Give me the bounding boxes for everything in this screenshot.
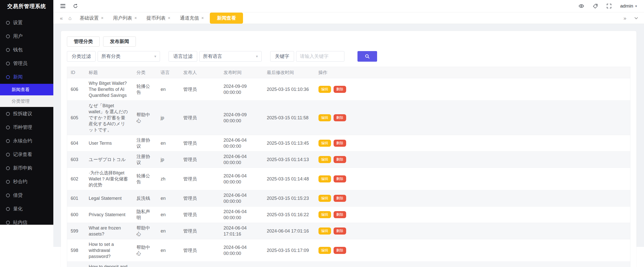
tab-withdraw-list[interactable]: 提币列表× [143, 13, 174, 23]
sidebar-item-label: 币种管理 [13, 124, 32, 131]
sidebar-item-quant[interactable]: 量化 [0, 202, 53, 216]
cell-publish-time: 2024-06-04 00:00:00 [220, 207, 263, 223]
sidebar-item-wallet[interactable]: 钱包 [0, 43, 53, 57]
tabs-scroll-left-icon[interactable]: « [59, 15, 64, 21]
tabbar: « ⌂ 基础设置×用户列表×提币列表×通道充值×新闻查看 » [53, 12, 644, 24]
tab-label: 新闻查看 [217, 15, 236, 21]
edit-button[interactable]: 编辑 [318, 175, 331, 182]
sidebar-item-records[interactable]: 记录查看 [0, 148, 53, 161]
cell-lang: en [157, 135, 180, 151]
tab-base-settings[interactable]: 基础设置× [76, 13, 107, 23]
tab-news-view[interactable]: 新闻查看 [210, 13, 243, 24]
edit-button[interactable]: 编辑 [318, 140, 331, 147]
edit-button[interactable]: 编辑 [318, 114, 331, 121]
tab-label: 通道充值 [180, 15, 199, 21]
sidebar-item-admins[interactable]: 管理员 [0, 57, 53, 70]
cell-actions: 编辑删除 [315, 168, 630, 190]
tab-publish-news[interactable]: 发布新闻 [103, 36, 136, 47]
eye-icon[interactable] [579, 3, 584, 9]
sidebar-item-label: 钱包 [13, 47, 23, 53]
sidebar-menu: 设置用户钱包管理员新闻新闻查看分类管理投拆建议币种管理永续合约记录查看新币申购秒… [0, 12, 53, 229]
edit-button[interactable]: 编辑 [318, 195, 331, 202]
cell-category: 帮助中心 [133, 239, 157, 262]
fullscreen-icon[interactable] [607, 4, 612, 9]
table-row: 601Legal Statement反洗钱en管理员2024-06-04 00:… [67, 190, 630, 207]
sidebar-item-label: 新闻 [13, 74, 23, 80]
sidebar-subitem-category-manage[interactable]: 分类管理 [0, 95, 53, 107]
language-select[interactable]: 所有语言 ▾ [199, 51, 262, 62]
tag-icon[interactable] [593, 4, 598, 9]
delete-button[interactable]: 删除 [334, 227, 346, 235]
sidebar-item-lending[interactable]: 借贷 [0, 188, 53, 202]
sidebar-subitem-news-view[interactable]: 新闻查看 [0, 84, 53, 95]
keyword-input[interactable] [296, 51, 344, 62]
table-row: 600Privacy Statement隐私声明en管理员2024-06-04 … [67, 207, 630, 223]
tab-user-list[interactable]: 用户列表× [109, 13, 140, 23]
delete-button[interactable]: 删除 [334, 86, 346, 93]
seconds-icon [6, 180, 10, 184]
delete-button[interactable]: 删除 [334, 211, 346, 218]
tabs-menu-chevron-icon[interactable] [634, 16, 638, 20]
close-icon[interactable]: × [201, 16, 204, 20]
delete-button[interactable]: 删除 [334, 140, 346, 147]
category-select[interactable]: 所有分类 ▾ [98, 51, 160, 62]
tab-channel-recharge[interactable]: 通道充值× [176, 13, 207, 23]
edit-button[interactable]: 编辑 [318, 156, 331, 163]
sidebar-item-coin-manage[interactable]: 币种管理 [0, 121, 53, 134]
cell-lang: jp [157, 101, 180, 135]
table-row: 599What are frozen assets?帮助中心en管理员2024-… [67, 223, 630, 239]
delete-button[interactable]: 删除 [334, 114, 346, 121]
cell-title: What are frozen assets? [85, 223, 133, 239]
cell-id: 600 [67, 207, 85, 223]
news-icon [6, 75, 10, 79]
user-menu[interactable]: admin ▾ [620, 3, 637, 9]
tab-manage-category[interactable]: 管理分类 [67, 36, 100, 47]
cell-title: How to set a withdrawal password? [85, 239, 133, 262]
close-icon[interactable]: × [101, 16, 103, 20]
sidebar-item-feedback[interactable]: 投拆建议 [0, 107, 53, 121]
chevron-down-icon: ▾ [256, 54, 258, 59]
cell-category: 轮播公告 [133, 78, 157, 101]
coin-icon [6, 126, 10, 129]
topbar-left [60, 4, 78, 9]
sidebar-item-label: 站内信 [13, 219, 27, 226]
delete-button[interactable]: 删除 [334, 195, 346, 202]
topbar-right: admin ▾ [579, 3, 637, 9]
filter-bar: 分类过滤 所有分类 ▾ 语言过滤 所有语言 ▾ [67, 51, 630, 62]
refresh-icon[interactable] [73, 4, 78, 9]
edit-button[interactable]: 编辑 [318, 227, 331, 235]
sidebar-item-news[interactable]: 新闻 [0, 70, 53, 84]
sidebar-item-settings[interactable]: 设置 [0, 16, 53, 29]
sidebar-panel: 交易所管理系统 设置用户钱包管理员新闻新闻查看分类管理投拆建议币种管理永续合约记… [0, 0, 53, 225]
home-tab-icon[interactable]: ⌂ [67, 15, 73, 21]
keyword-label: 关键字 [270, 51, 294, 62]
table-row: 597How to deposit and withdraw money fro… [67, 262, 630, 267]
edit-button[interactable]: 编辑 [318, 86, 331, 93]
cell-category: 隐私声明 [133, 207, 157, 223]
cell-lang: jp [157, 151, 180, 168]
delete-button[interactable]: 删除 [334, 247, 346, 254]
feedback-icon [6, 112, 10, 116]
menu-collapse-icon[interactable] [60, 4, 65, 8]
records-icon [6, 153, 10, 157]
cell-actions: 编辑删除 [315, 101, 630, 135]
delete-button[interactable]: 删除 [334, 175, 346, 182]
edit-button[interactable]: 编辑 [318, 211, 331, 218]
edit-button[interactable]: 编辑 [318, 247, 331, 254]
delete-button[interactable]: 删除 [334, 156, 346, 163]
mail-icon [6, 221, 10, 224]
sidebar: 交易所管理系统 设置用户钱包管理员新闻新闻查看分类管理投拆建议币种管理永续合约记… [0, 0, 53, 267]
close-icon[interactable]: × [168, 16, 170, 20]
cell-modified-time: 2025-03-15 01:13:45 [263, 135, 315, 151]
close-icon[interactable]: × [134, 16, 137, 20]
cell-category: 注册协议 [133, 135, 157, 151]
sidebar-item-label: 永续合约 [13, 138, 32, 144]
sidebar-item-new-coin[interactable]: 新币申购 [0, 161, 53, 175]
search-button[interactable] [357, 51, 377, 62]
cell-modified-time: 2025-03-15 01:15:23 [263, 190, 315, 207]
sidebar-item-users[interactable]: 用户 [0, 29, 53, 43]
tabs-scroll-right-icon[interactable]: » [622, 15, 627, 21]
sidebar-item-inbox[interactable]: 站内信 [0, 216, 53, 229]
sidebar-item-perpetual[interactable]: 永续合约 [0, 134, 53, 148]
sidebar-item-seconds-contract[interactable]: 秒合约 [0, 175, 53, 188]
